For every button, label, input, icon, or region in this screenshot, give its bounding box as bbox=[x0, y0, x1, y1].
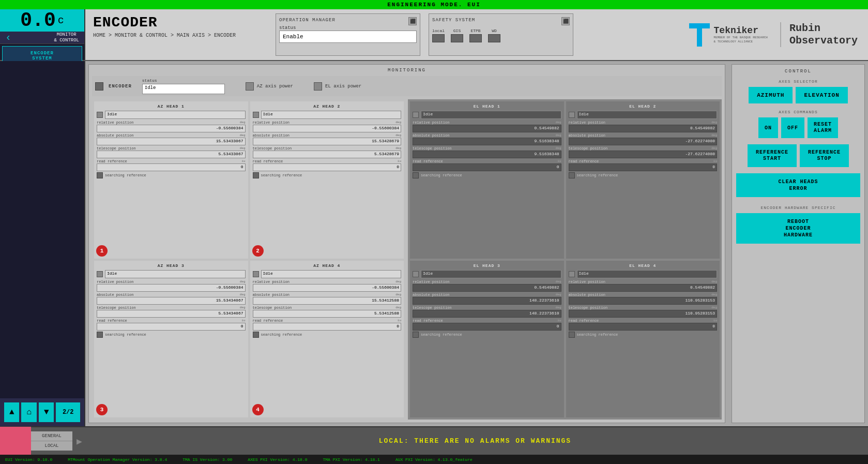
sidebar-back-arrow[interactable]: ‹ bbox=[5, 32, 11, 43]
clear-heads-buttons: CLEAR HEADS ERROR bbox=[736, 173, 860, 197]
el-head-2-tel-pos: telescope positiondeg -27.62274080 bbox=[569, 146, 718, 158]
aux-pxi-version: AUX PXI Version: 4.13.0_feature bbox=[395, 457, 473, 462]
sidebar-header: 0.0 c ‹ MONITOR & CONTROL ENCODER SYSTEM bbox=[0, 9, 85, 60]
el-head-1-led bbox=[413, 112, 419, 118]
on-button[interactable]: ON bbox=[758, 117, 778, 138]
az-head-3-ref: read referenceiu 0 bbox=[97, 319, 246, 331]
az-head-3-search-led bbox=[97, 332, 103, 338]
encoder-status-label: status bbox=[142, 78, 225, 83]
el-head-3: EL HEAD 3 Idle relative positiondeg 0.54… bbox=[410, 261, 564, 418]
axes-selector-section: AXES SELECTOR AZIMUTH ELEVATION bbox=[736, 79, 860, 103]
el-head-2-ref-value: 0 bbox=[569, 163, 718, 171]
clear-heads-section: CLEAR HEADS ERROR bbox=[736, 173, 860, 197]
alarm-buttons: GENERAL LOCAL bbox=[31, 431, 72, 451]
el-head-1-status-row: Idle bbox=[413, 111, 561, 119]
az-head-1-abs-pos: absolute positiondeg 15.53433067 bbox=[97, 133, 246, 145]
el-head-3-ref: read referenceiu 0 bbox=[413, 319, 561, 331]
mtmount-version: MTMount Operation Manager Version: 3.8.4 bbox=[68, 457, 167, 462]
el-head-2-abs-pos: absolute positiondeg -27.62274080 bbox=[569, 133, 718, 145]
safety-local: local bbox=[432, 28, 445, 42]
tma-is-version: TMA IS Version: 3.00 bbox=[182, 457, 232, 462]
axes-pxi-version: AXES PXI Version: 4.18.0 bbox=[248, 457, 307, 462]
general-button[interactable]: GENERAL bbox=[31, 431, 72, 441]
el-head-2-ref-label: read referenceiu bbox=[569, 159, 718, 163]
az-head-1-search-led bbox=[97, 172, 103, 178]
safety-wd: WD bbox=[488, 28, 500, 42]
el-head-4-status-row: Idle bbox=[569, 270, 718, 278]
el-head-3-search: searching reference bbox=[413, 332, 561, 338]
az-head-2-rel-value: -0.55600384 bbox=[253, 125, 402, 132]
az-head-2: AZ HEAD 2 Idle relative positiondeg -0.5… bbox=[250, 101, 404, 259]
el-head-3-search-text: searching reference bbox=[421, 333, 462, 337]
encoder-top-section: ENCODER status Idle AZ axis power EL axi… bbox=[92, 76, 722, 96]
reference-buttons: REFERENCE START REFERENCE STOP bbox=[736, 144, 860, 167]
el-head-1-rel-pos: relative positiondeg 0.54549882 bbox=[413, 121, 561, 132]
az-head-3-abs-label: absolute positiondeg bbox=[97, 293, 246, 297]
axes-commands-label: AXES COMMANDS bbox=[736, 110, 860, 114]
safety-indicators: local GIS ETPB WD bbox=[432, 28, 570, 42]
az-head-4-abs-label: absolute positiondeg bbox=[253, 293, 402, 297]
az-head-4-rel-value: -0.55600384 bbox=[253, 284, 402, 292]
az-head-1-badge: 1 bbox=[96, 245, 108, 257]
local-button[interactable]: LOCAL bbox=[31, 441, 72, 451]
el-head-1-search: searching reference bbox=[413, 172, 561, 178]
nav-down-button[interactable]: ▼ bbox=[39, 402, 54, 422]
az-head-2-tel-value: 5.53428679 bbox=[253, 151, 402, 158]
azimuth-button[interactable]: AZIMUTH bbox=[749, 87, 793, 103]
el-head-3-title: EL HEAD 3 bbox=[413, 263, 561, 268]
az-heads-panel: AZ HEAD 1 Idle relative positiondeg -0.5… bbox=[92, 99, 406, 420]
el-head-3-ref-label: read referenceiu bbox=[413, 319, 561, 323]
az-head-4-search-led bbox=[253, 332, 259, 338]
el-head-4-title: EL HEAD 4 bbox=[569, 263, 718, 268]
az-head-1: AZ HEAD 1 Idle relative positiondeg -0.5… bbox=[94, 101, 248, 259]
el-axis-power: EL axis power bbox=[314, 82, 361, 91]
axes-commands-buttons: ON OFF RESET ALARM bbox=[736, 117, 860, 138]
az-head-4-tel-pos: telescope positiondeg 5.53412588 bbox=[253, 306, 402, 318]
el-head-2-search: searching reference bbox=[569, 172, 718, 178]
engineering-mode-label: ENGINEERING MODE. EUI bbox=[387, 2, 481, 8]
elevation-button[interactable]: ELEVATION bbox=[796, 87, 847, 103]
rubin-name: RubinSAFETY SYSTEMObservatory bbox=[789, 22, 858, 47]
az-head-1-tel-label: telescope positiondeg bbox=[97, 146, 246, 151]
safety-corner-btn[interactable]: ⬛ bbox=[561, 17, 570, 25]
az-head-4-rel-label: relative positiondeg bbox=[253, 280, 402, 284]
clear-heads-error-button[interactable]: CLEAR HEADS ERROR bbox=[736, 173, 860, 197]
reference-stop-button[interactable]: REFERENCE STOP bbox=[800, 144, 849, 167]
op-manager-status-label: status bbox=[279, 25, 417, 31]
encoder-label: ENCODER bbox=[109, 84, 132, 89]
az-head-4-led bbox=[253, 271, 259, 277]
op-manager-corner-btn[interactable]: ⬛ bbox=[408, 17, 417, 25]
alarm-icon[interactable]: ▶ bbox=[77, 436, 82, 447]
el-head-2-led bbox=[569, 112, 575, 118]
el-head-3-abs-label: absolute positiondeg bbox=[413, 293, 561, 297]
off-button[interactable]: OFF bbox=[781, 117, 804, 138]
safety-wd-led bbox=[488, 34, 500, 42]
reset-alarm-button[interactable]: RESET ALARM bbox=[808, 117, 838, 138]
nav-home-button[interactable]: ⌂ bbox=[21, 402, 36, 422]
safety-title: SAFETY SYSTEM bbox=[432, 18, 475, 23]
el-head-3-tel-value: 148.22373610 bbox=[413, 310, 561, 318]
el-head-2-rel-label: relative positiondeg bbox=[569, 121, 718, 125]
el-head-2-search-led bbox=[569, 172, 575, 178]
rubin-logo: RubinSAFETY SYSTEMObservatory bbox=[780, 22, 858, 47]
el-head-3-abs-pos: absolute positiondeg 148.22373610 bbox=[413, 293, 561, 305]
header-logo: Tekniker MEMBER OF THE BASQUE RESEARCH& … bbox=[577, 9, 868, 60]
reference-start-button[interactable]: REFERENCE START bbox=[748, 144, 797, 167]
az-head-1-tel-value: 5.53433067 bbox=[97, 151, 246, 158]
control-area: CONTROL AXES SELECTOR AZIMUTH ELEVATION … bbox=[728, 61, 868, 426]
content-row: ▲ ⌂ ▼ 2/2 MONITORING ENCODER status Idle bbox=[0, 61, 868, 426]
az-head-4-ref-value: 0 bbox=[253, 323, 402, 331]
safety-gis-label: GIS bbox=[453, 28, 461, 33]
main-layout: 0.0 c ‹ MONITOR & CONTROL ENCODER SYSTEM… bbox=[0, 9, 868, 464]
reboot-encoder-button[interactable]: REBOOT ENCODER HARDWARE bbox=[736, 213, 860, 244]
el-heads-panel: EL HEAD 1 Idle relative positiondeg 0.54… bbox=[408, 99, 722, 420]
nav-up-button[interactable]: ▲ bbox=[4, 402, 19, 422]
az-head-4-tel-label: telescope positiondeg bbox=[253, 306, 402, 310]
el-head-1-ref-value: 0 bbox=[413, 163, 561, 171]
az-head-4-search: searching reference bbox=[253, 332, 402, 338]
safety-local-led bbox=[432, 34, 445, 42]
sidebar-nav-bottom: ▲ ⌂ ▼ 2/2 bbox=[0, 398, 84, 426]
az-head-3-rel-label: relative positiondeg bbox=[97, 280, 246, 284]
az-axis-power: AZ axis power bbox=[246, 82, 293, 91]
el-head-3-tel-label: telescope positiondeg bbox=[413, 306, 561, 310]
